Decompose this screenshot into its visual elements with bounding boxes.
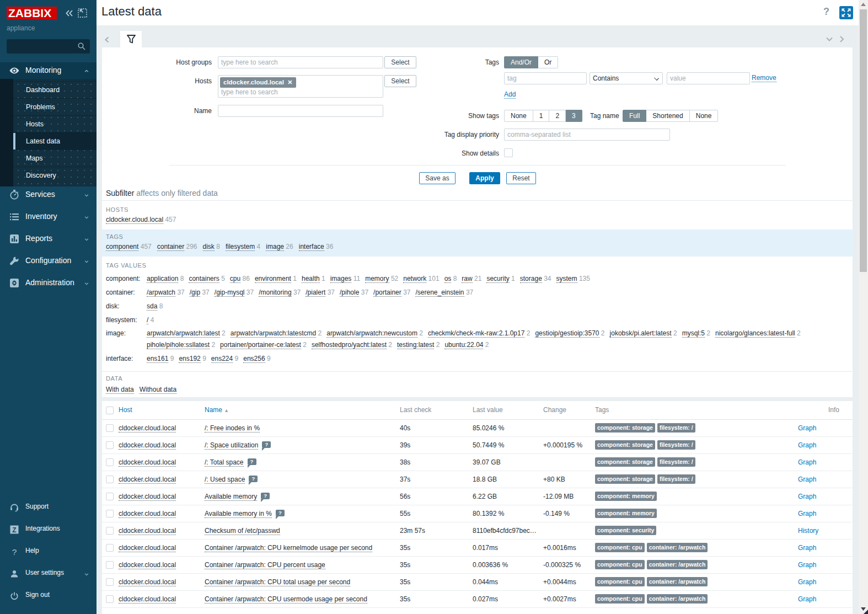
svg-text:?: ? — [12, 547, 17, 557]
svg-text:Z: Z — [12, 526, 16, 534]
